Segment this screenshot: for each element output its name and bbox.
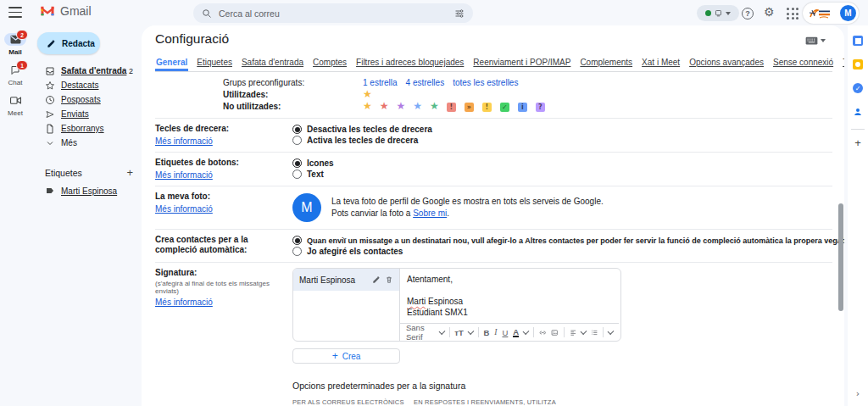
red-bang[interactable]: ! (447, 103, 456, 112)
gmail-logo[interactable]: Gmail (40, 4, 92, 18)
radio-text[interactable] (292, 170, 302, 179)
radio-shortcuts-on[interactable] (292, 136, 302, 145)
search-input[interactable]: Cerca al correu (219, 8, 448, 19)
purple-question[interactable]: ? (536, 103, 545, 112)
yellow-star[interactable]: ★ (363, 100, 372, 112)
rail-item-chat[interactable]: 1 Chat (0, 64, 31, 86)
sidebar-item-drafts[interactable]: Esborranys (31, 121, 142, 136)
side-panel-divider (851, 129, 865, 130)
tab-advanced[interactable]: Opcions avançades (688, 55, 765, 71)
radio-shortcuts-off[interactable] (292, 125, 302, 134)
tab-forwarding[interactable]: Reenviament i POP/IMAP (472, 55, 571, 71)
tab-addons[interactable]: Complements (579, 55, 633, 71)
collapse-panel-icon[interactable]: › (848, 388, 868, 399)
star-preset-1[interactable]: 1 estrella (363, 78, 398, 87)
side-panel: ✓ + › (848, 25, 868, 406)
compose-button[interactable]: Redacta (37, 32, 100, 54)
tab-offline[interactable]: Sense connexió (772, 55, 834, 71)
purple-star[interactable]: ★ (397, 100, 406, 112)
tasks-icon[interactable]: ✓ (853, 83, 863, 93)
search-bar[interactable]: Cerca al correu (193, 3, 473, 23)
gmail-m-icon (40, 5, 55, 17)
italic-button[interactable]: I (494, 328, 497, 336)
text-color-button[interactable]: A (513, 328, 519, 337)
sidebar-item-starred[interactable]: Destacats (31, 78, 142, 92)
bold-button[interactable]: B (483, 328, 489, 337)
numbered-list-icon[interactable] (591, 328, 598, 337)
more-info-link[interactable]: Més informació (155, 136, 282, 147)
create-label-button[interactable]: + (126, 169, 133, 177)
keep-icon[interactable] (853, 59, 863, 70)
underline-button[interactable]: U (502, 328, 508, 337)
send-icon (45, 109, 55, 120)
radio-manual-contacts[interactable] (292, 247, 302, 256)
chat-status-selector[interactable] (697, 5, 739, 21)
align-icon[interactable] (570, 328, 576, 337)
signature-content[interactable]: Atentament, Marti Espinosa Estudiant SMX… (400, 269, 619, 323)
orange-guillemet[interactable]: » (465, 103, 474, 112)
font-family-select[interactable]: Sans Serif (406, 323, 435, 342)
search-icon[interactable] (202, 8, 212, 19)
sidebar-item-inbox[interactable]: Safata d'entrada 2 (31, 64, 142, 78)
more-formatting-icon[interactable] (608, 328, 615, 335)
sidebar-label-item[interactable]: Marti Espinosa (31, 184, 142, 197)
get-addons-button[interactable]: + (848, 136, 868, 149)
contacts-icon[interactable] (853, 107, 863, 117)
profile-avatar[interactable]: M (292, 193, 321, 222)
more-info-link[interactable]: Més informació (155, 170, 282, 181)
meet-camera-icon (10, 96, 21, 105)
more-info-link[interactable]: Més informació (155, 204, 282, 214)
font-size-button[interactable]: ᴛT (454, 328, 463, 337)
stars-used-row: ★ (363, 89, 380, 99)
stars-unused-label: No utilitzades: (223, 102, 363, 111)
delete-signature-icon[interactable] (385, 275, 393, 284)
draft-icon (45, 124, 55, 134)
settings-gear-button[interactable]: ⚙ (764, 6, 775, 18)
calendar-icon[interactable] (853, 36, 863, 46)
insert-image-icon[interactable] (551, 328, 558, 337)
search-options-icon[interactable] (454, 8, 465, 19)
rail-item-mail[interactable]: 2 Mail (0, 33, 31, 56)
radio-icons[interactable] (292, 159, 302, 168)
star-preset-4[interactable]: 4 estrelles (406, 78, 445, 87)
yellow-star[interactable]: ★ (363, 88, 372, 100)
sidebar-item-sent[interactable]: Enviats (31, 107, 142, 121)
mail-sidebar: Redacta Safata d'entrada 2 Destacats (31, 25, 142, 406)
help-button[interactable]: ? (742, 8, 754, 19)
signature-list-item[interactable]: Marti Espinosa (293, 269, 399, 291)
more-info-link[interactable]: Més informació (155, 298, 282, 308)
tab-chat-meet[interactable]: Xat i Meet (641, 55, 681, 71)
tab-themes[interactable]: Temes (842, 55, 844, 71)
auto-contacts-row: Crea contactes per a la compleció automà… (155, 230, 832, 263)
sidebar-item-snoozed[interactable]: Posposats (31, 92, 142, 107)
device-icon (715, 9, 722, 17)
radio-auto-add-contacts[interactable] (292, 236, 302, 245)
tab-general[interactable]: General (155, 55, 188, 71)
blue-info[interactable]: i (518, 103, 527, 112)
tab-labels[interactable]: Etiquetes (196, 55, 233, 71)
green-check[interactable]: ✓ (500, 103, 509, 112)
blue-star[interactable]: ★ (413, 100, 422, 112)
account-pill[interactable]: M (803, 3, 859, 24)
chevron-down-icon (467, 328, 474, 335)
edit-signature-icon[interactable] (372, 275, 381, 284)
avatar[interactable]: M (840, 5, 856, 21)
tab-filters[interactable]: Filtres i adreces bloquejades (355, 55, 465, 71)
rail-item-meet[interactable]: Meet (0, 94, 31, 117)
signature-list: Marti Espinosa (293, 269, 400, 341)
star-preset-all[interactable]: totes les estrelles (453, 78, 518, 87)
yellow-bang[interactable]: ! (482, 103, 492, 112)
apps-grid-button[interactable] (787, 8, 798, 19)
create-signature-button[interactable]: + Crea (292, 348, 400, 364)
red-star[interactable]: ★ (380, 100, 389, 112)
tab-accounts[interactable]: Comptes (312, 55, 348, 71)
about-me-link[interactable]: Sobre mi (413, 209, 447, 218)
sidebar-item-more[interactable]: Més (31, 136, 142, 150)
scrollbar[interactable] (838, 203, 843, 311)
chevron-down-icon (523, 328, 530, 335)
insert-link-icon[interactable] (539, 328, 546, 337)
input-tools-button[interactable] (805, 36, 826, 45)
main-menu-icon[interactable] (8, 7, 22, 18)
tab-inbox[interactable]: Safata d'entrada (241, 55, 304, 71)
green-star[interactable]: ★ (430, 100, 439, 112)
